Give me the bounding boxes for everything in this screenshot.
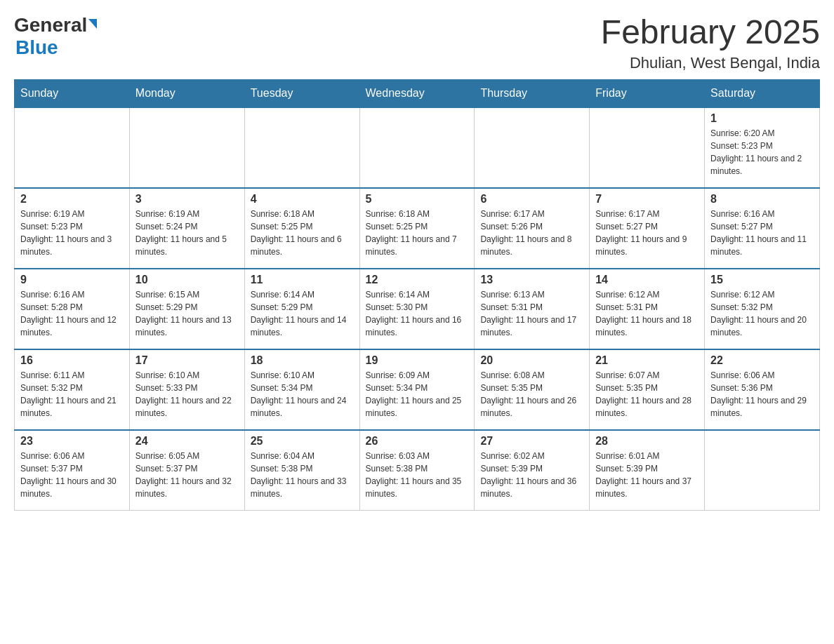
week-row-1: 1Sunrise: 6:20 AMSunset: 5:23 PMDaylight… (15, 107, 820, 188)
day-number: 13 (480, 274, 583, 286)
header-monday: Monday (129, 79, 244, 107)
day-info: Sunrise: 6:01 AMSunset: 5:39 PMDaylight:… (595, 450, 699, 500)
day-number: 3 (135, 193, 239, 206)
day-info: Sunrise: 6:15 AMSunset: 5:29 PMDaylight:… (135, 288, 239, 339)
day-info: Sunrise: 6:17 AMSunset: 5:27 PMDaylight:… (595, 208, 699, 258)
calendar-cell: 17Sunrise: 6:10 AMSunset: 5:33 PMDayligh… (129, 349, 244, 430)
day-info: Sunrise: 6:02 AMSunset: 5:39 PMDaylight:… (480, 450, 583, 500)
header-row: SundayMondayTuesdayWednesdayThursdayFrid… (15, 79, 820, 107)
calendar-cell: 2Sunrise: 6:19 AMSunset: 5:23 PMDaylight… (15, 188, 130, 269)
day-info: Sunrise: 6:19 AMSunset: 5:23 PMDaylight:… (20, 208, 124, 258)
day-number: 16 (20, 354, 124, 367)
day-info: Sunrise: 6:07 AMSunset: 5:35 PMDaylight:… (595, 369, 699, 420)
day-number: 18 (251, 354, 354, 367)
calendar-cell: 14Sunrise: 6:12 AMSunset: 5:31 PMDayligh… (590, 269, 705, 349)
day-info: Sunrise: 6:10 AMSunset: 5:33 PMDaylight:… (135, 369, 239, 420)
day-info: Sunrise: 6:10 AMSunset: 5:34 PMDaylight:… (251, 369, 354, 420)
day-number: 7 (595, 193, 699, 206)
calendar-cell (244, 107, 359, 188)
day-info: Sunrise: 6:20 AMSunset: 5:23 PMDaylight:… (710, 127, 814, 177)
day-number: 4 (251, 193, 354, 206)
calendar-cell (359, 107, 475, 188)
logo-blue-part (87, 22, 97, 29)
day-info: Sunrise: 6:14 AMSunset: 5:29 PMDaylight:… (251, 288, 354, 339)
calendar-cell: 28Sunrise: 6:01 AMSunset: 5:39 PMDayligh… (590, 430, 705, 511)
day-number: 14 (595, 274, 699, 286)
calendar-cell (15, 107, 130, 188)
calendar-cell: 19Sunrise: 6:09 AMSunset: 5:34 PMDayligh… (359, 349, 475, 430)
calendar-cell: 1Sunrise: 6:20 AMSunset: 5:23 PMDaylight… (705, 107, 820, 188)
day-number: 17 (135, 354, 239, 367)
calendar-cell: 9Sunrise: 6:16 AMSunset: 5:28 PMDaylight… (15, 269, 130, 349)
calendar-cell: 13Sunrise: 6:13 AMSunset: 5:31 PMDayligh… (475, 269, 590, 349)
day-info: Sunrise: 6:11 AMSunset: 5:32 PMDaylight:… (20, 369, 124, 420)
page-header: General Blue February 2025 Dhulian, West… (14, 14, 820, 72)
day-number: 10 (135, 274, 239, 286)
day-number: 8 (710, 193, 814, 206)
calendar-table: SundayMondayTuesdayWednesdayThursdayFrid… (14, 79, 820, 511)
day-info: Sunrise: 6:05 AMSunset: 5:37 PMDaylight:… (135, 450, 239, 500)
day-number: 2 (20, 193, 124, 206)
day-number: 11 (251, 274, 354, 286)
calendar-cell (590, 107, 705, 188)
logo: General Blue (14, 14, 97, 59)
day-number: 25 (251, 435, 354, 448)
day-info: Sunrise: 6:12 AMSunset: 5:32 PMDaylight:… (710, 288, 814, 339)
header-saturday: Saturday (705, 79, 820, 107)
calendar-cell: 7Sunrise: 6:17 AMSunset: 5:27 PMDaylight… (590, 188, 705, 269)
header-friday: Friday (590, 79, 705, 107)
day-info: Sunrise: 6:04 AMSunset: 5:38 PMDaylight:… (251, 450, 354, 500)
calendar-cell: 24Sunrise: 6:05 AMSunset: 5:37 PMDayligh… (129, 430, 244, 511)
logo-blue-text: Blue (15, 36, 58, 59)
title-area: February 2025 Dhulian, West Bengal, Indi… (601, 14, 820, 72)
calendar-cell (129, 107, 244, 188)
week-row-2: 2Sunrise: 6:19 AMSunset: 5:23 PMDaylight… (15, 188, 820, 269)
week-row-5: 23Sunrise: 6:06 AMSunset: 5:37 PMDayligh… (15, 430, 820, 511)
day-number: 21 (595, 354, 699, 367)
calendar-cell: 26Sunrise: 6:03 AMSunset: 5:38 PMDayligh… (359, 430, 475, 511)
day-number: 27 (480, 435, 583, 448)
header-wednesday: Wednesday (359, 79, 475, 107)
day-number: 5 (366, 193, 469, 206)
day-info: Sunrise: 6:14 AMSunset: 5:30 PMDaylight:… (366, 288, 469, 339)
calendar-title: February 2025 (601, 14, 820, 51)
day-number: 12 (366, 274, 469, 286)
calendar-cell: 27Sunrise: 6:02 AMSunset: 5:39 PMDayligh… (475, 430, 590, 511)
calendar-cell: 18Sunrise: 6:10 AMSunset: 5:34 PMDayligh… (244, 349, 359, 430)
header-tuesday: Tuesday (244, 79, 359, 107)
day-info: Sunrise: 6:08 AMSunset: 5:35 PMDaylight:… (480, 369, 583, 420)
day-info: Sunrise: 6:18 AMSunset: 5:25 PMDaylight:… (251, 208, 354, 258)
day-info: Sunrise: 6:18 AMSunset: 5:25 PMDaylight:… (366, 208, 469, 258)
calendar-cell: 3Sunrise: 6:19 AMSunset: 5:24 PMDaylight… (129, 188, 244, 269)
day-number: 22 (710, 354, 814, 367)
day-number: 28 (595, 435, 699, 448)
calendar-cell: 22Sunrise: 6:06 AMSunset: 5:36 PMDayligh… (705, 349, 820, 430)
day-info: Sunrise: 6:12 AMSunset: 5:31 PMDaylight:… (595, 288, 699, 339)
calendar-cell: 5Sunrise: 6:18 AMSunset: 5:25 PMDaylight… (359, 188, 475, 269)
day-info: Sunrise: 6:19 AMSunset: 5:24 PMDaylight:… (135, 208, 239, 258)
day-info: Sunrise: 6:16 AMSunset: 5:27 PMDaylight:… (710, 208, 814, 258)
day-number: 23 (20, 435, 124, 448)
day-info: Sunrise: 6:17 AMSunset: 5:26 PMDaylight:… (480, 208, 583, 258)
day-number: 6 (480, 193, 583, 206)
day-number: 9 (20, 274, 124, 286)
week-row-4: 16Sunrise: 6:11 AMSunset: 5:32 PMDayligh… (15, 349, 820, 430)
day-number: 24 (135, 435, 239, 448)
calendar-cell: 10Sunrise: 6:15 AMSunset: 5:29 PMDayligh… (129, 269, 244, 349)
day-number: 19 (366, 354, 469, 367)
week-row-3: 9Sunrise: 6:16 AMSunset: 5:28 PMDaylight… (15, 269, 820, 349)
day-info: Sunrise: 6:06 AMSunset: 5:36 PMDaylight:… (710, 369, 814, 420)
calendar-cell: 21Sunrise: 6:07 AMSunset: 5:35 PMDayligh… (590, 349, 705, 430)
calendar-cell (475, 107, 590, 188)
calendar-cell: 11Sunrise: 6:14 AMSunset: 5:29 PMDayligh… (244, 269, 359, 349)
day-info: Sunrise: 6:03 AMSunset: 5:38 PMDaylight:… (366, 450, 469, 500)
day-number: 1 (710, 112, 814, 125)
calendar-cell: 8Sunrise: 6:16 AMSunset: 5:27 PMDaylight… (705, 188, 820, 269)
header-sunday: Sunday (15, 79, 130, 107)
day-info: Sunrise: 6:06 AMSunset: 5:37 PMDaylight:… (20, 450, 124, 500)
calendar-cell (705, 430, 820, 511)
calendar-cell: 20Sunrise: 6:08 AMSunset: 5:35 PMDayligh… (475, 349, 590, 430)
logo-general-text: General (14, 14, 87, 36)
header-thursday: Thursday (475, 79, 590, 107)
calendar-cell: 23Sunrise: 6:06 AMSunset: 5:37 PMDayligh… (15, 430, 130, 511)
